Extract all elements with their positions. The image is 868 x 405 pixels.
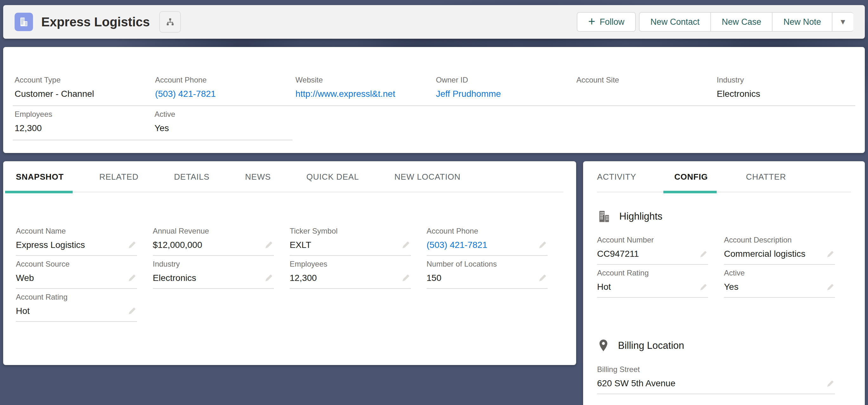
record-header: Express Logistics + Follow New Contact N… [3,5,865,39]
field-value: Yes [724,281,835,293]
edit-pencil-icon[interactable] [264,273,273,283]
field-value: Electronics [153,272,274,284]
field-label: Account Rating [16,293,137,301]
field-label: Active [155,110,280,119]
tab-details[interactable]: DETAILS [174,172,209,192]
field-industry: Industry Electronics [153,257,274,289]
edit-pencil-icon[interactable] [127,307,136,316]
billing-section-title: Billing Location [618,340,684,351]
location-pin-icon [597,338,610,353]
field-billing-street: Billing Street 620 SW 5th Avenue [597,363,835,394]
field-label: Industry [717,76,843,84]
buildings-icon [597,209,611,224]
edit-pencil-icon[interactable] [127,273,136,283]
edit-pencil-icon[interactable] [699,283,708,291]
tab-config[interactable]: CONFIG [674,172,708,192]
field-label: Annual Revenue [153,227,274,235]
tab-chatter[interactable]: CHATTER [746,172,786,192]
field-account-description: Account Description Commercial logistics [724,233,835,265]
new-contact-button[interactable]: New Contact [639,12,710,32]
field-active: Active Yes [724,266,835,298]
tab-related[interactable]: RELATED [99,172,138,192]
field-value: CC947211 [597,248,708,260]
field-value: Yes [155,122,280,134]
edit-pencil-icon[interactable] [264,240,273,250]
field-account-rating: Account Rating Hot [16,290,137,322]
field-value: Hot [597,281,708,293]
phone-link[interactable]: (503) 421-7821 [427,239,548,251]
edit-pencil-icon[interactable] [538,273,547,283]
field-value: Customer - Channel [14,88,141,100]
config-panel: ACTIVITY CONFIG CHATTER Highlight [583,161,865,405]
field-value [577,88,703,100]
more-actions-dropdown-button[interactable]: ▼ [832,12,854,32]
field-value: Commercial logistics [724,248,835,260]
field-owner-id: Owner ID Jeff Prudhomme [434,72,575,105]
field-account-phone: Account Phone (503) 421-7821 [153,72,294,105]
account-building-icon [14,13,33,31]
field-employees: Employees 12,300 [290,257,411,289]
field-value: Hot [16,305,137,317]
config-tab-bar: ACTIVITY CONFIG CHATTER [597,161,851,192]
new-case-button[interactable]: New Case [710,12,772,32]
edit-pencil-icon[interactable] [826,250,834,258]
field-label: Website [296,76,421,84]
tab-quick-deal[interactable]: QUICK DEAL [307,172,359,192]
tab-news[interactable]: NEWS [245,172,271,192]
field-label: Industry [153,260,274,268]
tab-snapshot[interactable]: SNAPSHOT [16,172,64,192]
action-button-group: New Contact New Case New Note ▼ [639,12,854,32]
tab-new-location[interactable]: NEW LOCATION [394,172,460,192]
field-label: Account Source [16,260,137,268]
field-label: Account Type [14,76,141,84]
edit-pencil-icon[interactable] [826,283,834,291]
field-ticker-symbol: Ticker Symbol EXLT [290,224,411,256]
snapshot-tab-bar: SNAPSHOT RELATED DETAILS NEWS QUICK DEAL… [16,161,563,192]
field-industry: Industry Electronics [715,72,855,105]
field-active: Active Yes [153,106,292,140]
snapshot-panel: SNAPSHOT RELATED DETAILS NEWS QUICK DEAL… [3,161,576,365]
owner-link[interactable]: Jeff Prudhomme [436,88,562,100]
field-value: 12,300 [14,122,140,134]
field-label: Account Phone [155,76,281,84]
website-link[interactable]: http://www.expressl&t.net [296,88,421,100]
edit-pencil-icon[interactable] [401,273,410,283]
field-value: Web [16,272,137,284]
highlights-fields: Account Number CC947211 Account Descript… [597,233,851,298]
field-label: Account Name [16,227,137,235]
field-label: Employees [290,260,411,268]
record-actions: + Follow New Contact New Case New Note ▼ [577,12,854,32]
summary-row-2: Employees 12,300 Active Yes [13,106,292,140]
field-label: Account Description [724,235,835,244]
phone-link[interactable]: (503) 421-7821 [155,88,281,100]
view-hierarchy-button[interactable] [159,11,181,33]
account-record-page: Express Logistics + Follow New Contact N… [0,0,868,405]
summary-fields-panel: Account Type Customer - Channel Account … [3,47,865,153]
follow-button[interactable]: + Follow [577,12,636,32]
field-account-site: Account Site [575,72,715,105]
field-label: Account Site [577,76,703,84]
field-value: Express Logistics [16,239,137,251]
hierarchy-icon [165,17,175,27]
edit-pencil-icon[interactable] [699,250,708,258]
field-value: 12,300 [290,272,411,284]
field-label: Employees [14,110,140,119]
field-annual-revenue: Annual Revenue $12,000,000 [153,224,274,256]
field-label: Account Number [597,235,708,244]
highlights-section-title: Highlights [619,211,662,222]
field-label: Ticker Symbol [290,227,411,235]
edit-pencil-icon[interactable] [826,380,834,388]
field-value: EXLT [290,239,411,251]
field-label: Number of Locations [427,260,548,268]
new-note-button[interactable]: New Note [772,12,832,32]
edit-pencil-icon[interactable] [401,240,410,250]
summary-row-1: Account Type Customer - Channel Account … [13,72,855,106]
field-value: $12,000,000 [153,239,274,251]
edit-pencil-icon[interactable] [127,240,136,250]
field-account-name: Account Name Express Logistics [16,224,137,256]
field-value: Electronics [717,88,843,100]
edit-pencil-icon[interactable] [538,240,547,250]
billing-section-header: Billing Location [597,338,851,353]
tab-activity[interactable]: ACTIVITY [597,172,636,192]
field-label: Owner ID [436,76,562,84]
